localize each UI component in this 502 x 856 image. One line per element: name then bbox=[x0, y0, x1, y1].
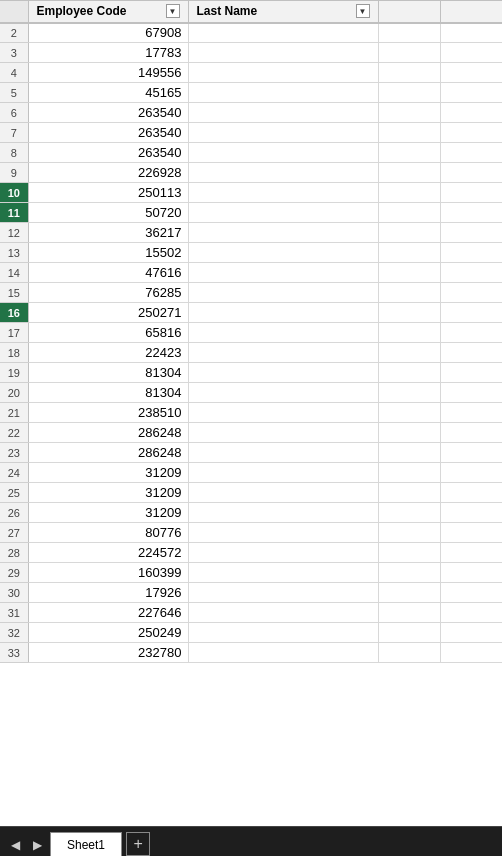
table-row[interactable]: 1315502 bbox=[0, 243, 502, 263]
employee-code-cell[interactable]: 286248 bbox=[28, 443, 188, 463]
table-row[interactable]: 29160399 bbox=[0, 563, 502, 583]
col-d-cell[interactable] bbox=[440, 203, 502, 223]
last-name-cell[interactable] bbox=[188, 363, 378, 383]
table-row[interactable]: 3017926 bbox=[0, 583, 502, 603]
col-d-cell[interactable] bbox=[440, 603, 502, 623]
col-c-cell[interactable] bbox=[378, 83, 440, 103]
col-d-cell[interactable] bbox=[440, 503, 502, 523]
employee-code-cell[interactable]: 36217 bbox=[28, 223, 188, 243]
col-c-cell[interactable] bbox=[378, 163, 440, 183]
table-row[interactable]: 21238510 bbox=[0, 403, 502, 423]
col-c-cell[interactable] bbox=[378, 43, 440, 63]
table-row[interactable]: 16250271 bbox=[0, 303, 502, 323]
employee-code-cell[interactable]: 22423 bbox=[28, 343, 188, 363]
table-row[interactable]: 2531209 bbox=[0, 483, 502, 503]
col-d-cell[interactable] bbox=[440, 543, 502, 563]
col-d-cell[interactable] bbox=[440, 623, 502, 643]
col-d-cell[interactable] bbox=[440, 363, 502, 383]
col-d-cell[interactable] bbox=[440, 63, 502, 83]
sheet-tab[interactable]: Sheet1 bbox=[50, 832, 122, 856]
col-c-cell[interactable] bbox=[378, 523, 440, 543]
col-d-cell[interactable] bbox=[440, 283, 502, 303]
employee-code-cell[interactable]: 149556 bbox=[28, 63, 188, 83]
employee-code-cell[interactable]: 232780 bbox=[28, 643, 188, 663]
last-name-cell[interactable] bbox=[188, 543, 378, 563]
add-sheet-btn[interactable]: + bbox=[126, 832, 150, 856]
employee-code-cell[interactable]: 76285 bbox=[28, 283, 188, 303]
col-d-cell[interactable] bbox=[440, 523, 502, 543]
col-c-cell[interactable] bbox=[378, 123, 440, 143]
col-c-cell[interactable] bbox=[378, 183, 440, 203]
last-name-cell[interactable] bbox=[188, 203, 378, 223]
col-b-filter-btn[interactable]: ▼ bbox=[356, 4, 370, 18]
col-d-cell[interactable] bbox=[440, 143, 502, 163]
employee-code-cell[interactable]: 65816 bbox=[28, 323, 188, 343]
col-d-cell[interactable] bbox=[440, 323, 502, 343]
col-c-cell[interactable] bbox=[378, 143, 440, 163]
last-name-cell[interactable] bbox=[188, 623, 378, 643]
col-d-cell[interactable] bbox=[440, 43, 502, 63]
last-name-cell[interactable] bbox=[188, 263, 378, 283]
col-c-cell[interactable] bbox=[378, 243, 440, 263]
col-c-cell[interactable] bbox=[378, 483, 440, 503]
col-d-cell[interactable] bbox=[440, 403, 502, 423]
last-name-cell[interactable] bbox=[188, 523, 378, 543]
col-c-cell[interactable] bbox=[378, 643, 440, 663]
table-row[interactable]: 317783 bbox=[0, 43, 502, 63]
last-name-cell[interactable] bbox=[188, 343, 378, 363]
table-row[interactable]: 6263540 bbox=[0, 103, 502, 123]
last-name-cell[interactable] bbox=[188, 103, 378, 123]
col-d-cell[interactable] bbox=[440, 223, 502, 243]
nav-prev-btn[interactable]: ◀ bbox=[4, 834, 26, 856]
table-row[interactable]: 2081304 bbox=[0, 383, 502, 403]
employee-code-cell[interactable]: 263540 bbox=[28, 123, 188, 143]
table-row[interactable]: 1447616 bbox=[0, 263, 502, 283]
employee-code-cell[interactable]: 17926 bbox=[28, 583, 188, 603]
col-d-cell[interactable] bbox=[440, 383, 502, 403]
table-row[interactable]: 10250113 bbox=[0, 183, 502, 203]
table-row[interactable]: 1236217 bbox=[0, 223, 502, 243]
col-c-cell[interactable] bbox=[378, 63, 440, 83]
col-d-cell[interactable] bbox=[440, 243, 502, 263]
employee-code-cell[interactable]: 67908 bbox=[28, 23, 188, 43]
col-d-cell[interactable] bbox=[440, 303, 502, 323]
employee-code-cell[interactable]: 250113 bbox=[28, 183, 188, 203]
employee-code-cell[interactable]: 263540 bbox=[28, 103, 188, 123]
col-d-cell[interactable] bbox=[440, 443, 502, 463]
last-name-cell[interactable] bbox=[188, 463, 378, 483]
employee-code-cell[interactable]: 286248 bbox=[28, 423, 188, 443]
last-name-cell[interactable] bbox=[188, 23, 378, 43]
employee-code-cell[interactable]: 263540 bbox=[28, 143, 188, 163]
last-name-cell[interactable] bbox=[188, 243, 378, 263]
table-row[interactable]: 1150720 bbox=[0, 203, 502, 223]
col-d-cell[interactable] bbox=[440, 643, 502, 663]
col-c-cell[interactable] bbox=[378, 343, 440, 363]
col-d-cell[interactable] bbox=[440, 583, 502, 603]
last-name-cell[interactable] bbox=[188, 163, 378, 183]
col-d-cell[interactable] bbox=[440, 183, 502, 203]
col-c-cell[interactable] bbox=[378, 403, 440, 423]
table-row[interactable]: 4149556 bbox=[0, 63, 502, 83]
employee-code-cell[interactable]: 31209 bbox=[28, 483, 188, 503]
col-c-cell[interactable] bbox=[378, 543, 440, 563]
employee-code-cell[interactable]: 31209 bbox=[28, 503, 188, 523]
employee-code-cell[interactable]: 224572 bbox=[28, 543, 188, 563]
col-c-cell[interactable] bbox=[378, 583, 440, 603]
table-row[interactable]: 28224572 bbox=[0, 543, 502, 563]
table-row[interactable]: 1765816 bbox=[0, 323, 502, 343]
table-row[interactable]: 1822423 bbox=[0, 343, 502, 363]
col-d-cell[interactable] bbox=[440, 563, 502, 583]
last-name-cell[interactable] bbox=[188, 143, 378, 163]
col-d-cell[interactable] bbox=[440, 463, 502, 483]
col-d-cell[interactable] bbox=[440, 83, 502, 103]
last-name-cell[interactable] bbox=[188, 303, 378, 323]
employee-code-cell[interactable]: 31209 bbox=[28, 463, 188, 483]
col-c-cell[interactable] bbox=[378, 383, 440, 403]
last-name-cell[interactable] bbox=[188, 223, 378, 243]
col-c-cell[interactable] bbox=[378, 303, 440, 323]
col-c-cell[interactable] bbox=[378, 463, 440, 483]
last-name-cell[interactable] bbox=[188, 43, 378, 63]
col-c-cell[interactable] bbox=[378, 323, 440, 343]
table-row[interactable]: 2631209 bbox=[0, 503, 502, 523]
col-c-cell[interactable] bbox=[378, 203, 440, 223]
